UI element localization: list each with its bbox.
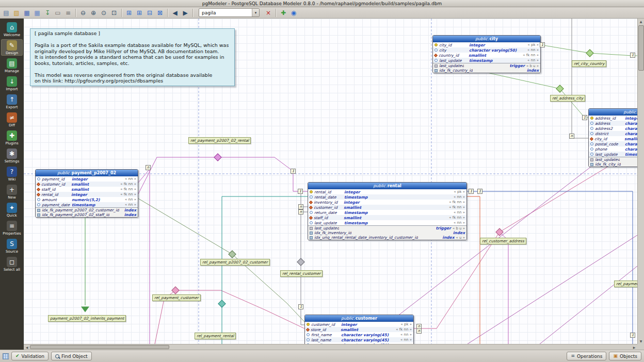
relationship-label[interactable]: rel_city_country	[572, 60, 606, 67]
table-header[interactable]: public.city	[433, 36, 540, 42]
extended-row[interactable]: last_updatedtrigger« b u »	[433, 63, 540, 68]
connection-diagonal-link-3[interactable]	[540, 266, 637, 344]
table-payment_p2007_02[interactable]: public.payment_p2007_02payment_idinteger…	[35, 169, 138, 218]
support-wiki-icon[interactable]: ◉	[289, 8, 298, 18]
extended-row[interactable]: last_updatedtrigger« b u »	[308, 226, 466, 231]
operations-button[interactable]: ≡ Operations	[567, 352, 606, 360]
column-row[interactable]: last_updatetimestamp« nn »	[433, 58, 540, 63]
column-row[interactable]: city_idsmallint« fk nn »	[589, 136, 637, 141]
zoom-reset-icon[interactable]: ⊙	[99, 8, 108, 18]
scroll-up-icon[interactable]: ▲	[638, 19, 644, 24]
column-row[interactable]: city_idinteger« pk »	[433, 42, 540, 47]
column-row[interactable]: inventory_idinteger« fk nn »	[308, 200, 466, 205]
column-row[interactable]: payment_idinteger« nn »	[36, 176, 138, 182]
snap-to-grid-icon[interactable]: ⊞	[135, 8, 144, 18]
column-row[interactable]: payment_datetimestamp« nn »	[36, 202, 138, 207]
fix-model-icon[interactable]: ✚	[279, 8, 288, 18]
column-row[interactable]: customer_idsmallint« fk nn »	[308, 205, 466, 210]
sidebar-item-manage[interactable]: ▤Manage	[1, 57, 23, 74]
table-address[interactable]: public.addressaddress_idinteger« pk »add…	[588, 108, 637, 167]
sidebar-item-diff[interactable]: ≠Diff	[1, 111, 23, 128]
chevron-down-icon[interactable]: ▾	[252, 9, 259, 17]
column-row[interactable]: phonecharacter varying(20)« nn »	[589, 146, 637, 152]
extended-row[interactable]: idx_fk_inventory_idindex	[308, 231, 466, 235]
connection-rental-inventory-link[interactable]	[467, 196, 480, 344]
zoom-in-icon[interactable]: ⊕	[89, 8, 98, 18]
canvas[interactable]: [ pagila sample database ] Pagila is a p…	[24, 19, 637, 344]
overview-icon[interactable]	[3, 353, 9, 359]
validation-button[interactable]: ✔ Validation	[11, 352, 49, 360]
column-row[interactable]: postal_codecharacter varying(10)	[589, 141, 637, 146]
column-row[interactable]: store_idsmallint« fk nn »	[305, 327, 413, 332]
sidebar-item-plugins[interactable]: ✚Plugins	[1, 129, 23, 146]
relationship-label[interactable]: payment_p2007_02_inherits_payment	[48, 315, 126, 322]
sidebar-item-new[interactable]: +New	[1, 184, 23, 200]
column-row[interactable]: amountnumeric(5,2)« nn »	[36, 197, 138, 202]
column-row[interactable]: country_idsmallint« fk nn »	[433, 53, 540, 58]
page-delimiters-icon[interactable]: ⊟	[145, 8, 154, 18]
inheritance-triangle-payment-p2007-02-inherits-payment[interactable]	[81, 307, 89, 312]
connection-rel-payment-p2007-02-rental[interactable]	[138, 157, 308, 194]
table-header[interactable]: public.rental	[308, 183, 466, 189]
export-icon[interactable]: ↧	[43, 8, 52, 18]
table-rental[interactable]: public.rentalrental_idinteger« pk »renta…	[308, 182, 467, 240]
overview-icon[interactable]: ⊠	[155, 8, 165, 18]
column-row[interactable]: last_updatetimestamp« nn »	[589, 152, 637, 157]
column-row[interactable]: rental_idinteger« fk nn »	[36, 192, 138, 197]
sidebar-item-properties[interactable]: ≡Properties	[1, 220, 23, 236]
column-row[interactable]: staff_idsmallint« fk nn »	[308, 215, 466, 220]
relationship-label[interactable]: rel_rental_customer	[280, 270, 323, 277]
scroll-down-icon[interactable]: ▼	[638, 338, 644, 344]
connection-address-link-up[interactable]	[572, 19, 588, 138]
sidebar-item-select-all[interactable]: ◻Select all	[1, 256, 23, 272]
relationship-label[interactable]: rel_payment	[614, 281, 637, 287]
extended-row[interactable]: idx_fk_payment_p2007_02_staff_idindex	[36, 212, 138, 217]
column-row[interactable]: rental_idinteger« pk »	[308, 189, 466, 194]
extended-row[interactable]: idx_fk_payment_p2007_02_customer_idindex	[36, 208, 138, 212]
vertical-scrollbar[interactable]: ▲ ▼	[637, 19, 644, 344]
connection-diagonal-link-2[interactable]	[468, 235, 637, 344]
sidebar-item-settings[interactable]: ✱Settings	[1, 147, 23, 164]
relationship-label[interactable]: rel_payment_p2007_02_rental	[188, 137, 251, 144]
column-row[interactable]: citycharacter varying(50)« nn »	[433, 47, 540, 53]
sidebar-item-source[interactable]: SSource	[1, 238, 23, 254]
load-model-icon[interactable]: ▧	[12, 8, 21, 18]
relationship-label[interactable]: rel_customer_address	[480, 238, 526, 244]
zoom-out-icon[interactable]: ⊖	[78, 8, 88, 18]
column-row[interactable]: first_namecharacter varying(45)« nn »	[305, 332, 413, 337]
column-row[interactable]: last_updatetimestamp« nn »	[308, 220, 466, 225]
connection-payment-link-down[interactable]	[138, 169, 150, 344]
column-row[interactable]: addresscharacter varying(50)« nn »	[589, 121, 637, 126]
table-customer[interactable]: public.customercustomer_idinteger« pk »s…	[304, 315, 414, 344]
column-row[interactable]: customer_idinteger« pk »	[305, 322, 413, 327]
horizontal-scrollbar[interactable]: ◀ ▶	[24, 344, 637, 350]
note-box[interactable]: [ pagila sample database ] Pagila is a p…	[30, 28, 235, 86]
previous-model-icon[interactable]: ◀	[170, 8, 180, 18]
extended-row[interactable]: idx_unq_rental_rental_date_inventory_id_…	[308, 235, 466, 240]
table-header[interactable]: public.customer	[305, 315, 413, 322]
connection-rental-link-right[interactable]	[467, 191, 633, 344]
print-icon[interactable]: ▭	[53, 8, 62, 18]
connection-customer-address-link[interactable]	[501, 233, 508, 344]
column-row[interactable]: staff_idsmallint« fk nn »	[36, 187, 138, 192]
column-row[interactable]: address_idinteger« pk »	[589, 116, 637, 121]
sidebar-item-export[interactable]: ↑Export	[1, 93, 23, 110]
column-row[interactable]: rental_datetimestamp« nn »	[308, 194, 466, 200]
column-row[interactable]: address2character varying(50)	[589, 126, 637, 131]
sidebar-item-design[interactable]: ✎Design	[1, 39, 23, 56]
extended-row[interactable]: last_updatedtrigger	[589, 157, 637, 162]
relationship-label[interactable]: rel_payment_p2007_02_customer	[200, 259, 270, 266]
table-city[interactable]: public.citycity_idinteger« pk »citychara…	[432, 35, 541, 73]
close-model-icon[interactable]: ×	[264, 8, 273, 18]
sidebar-item-quick[interactable]: ✦Quick	[1, 202, 23, 218]
scroll-right-icon[interactable]: ▶	[631, 344, 637, 350]
scroll-left-icon[interactable]: ◀	[24, 344, 30, 350]
recent-models-icon[interactable]: ≡	[63, 8, 73, 18]
relationship-label[interactable]: rel_address_city	[550, 95, 585, 102]
horizontal-scrollbar-thumb[interactable]	[30, 345, 169, 349]
column-row[interactable]: last_namecharacter varying(45)« nn »	[305, 337, 413, 342]
save-as-icon[interactable]: ▦	[33, 8, 42, 18]
fit-view-icon[interactable]: ⊡	[109, 8, 119, 18]
vertical-scrollbar-thumb[interactable]	[638, 25, 644, 71]
save-model-icon[interactable]: ▦	[22, 8, 31, 18]
